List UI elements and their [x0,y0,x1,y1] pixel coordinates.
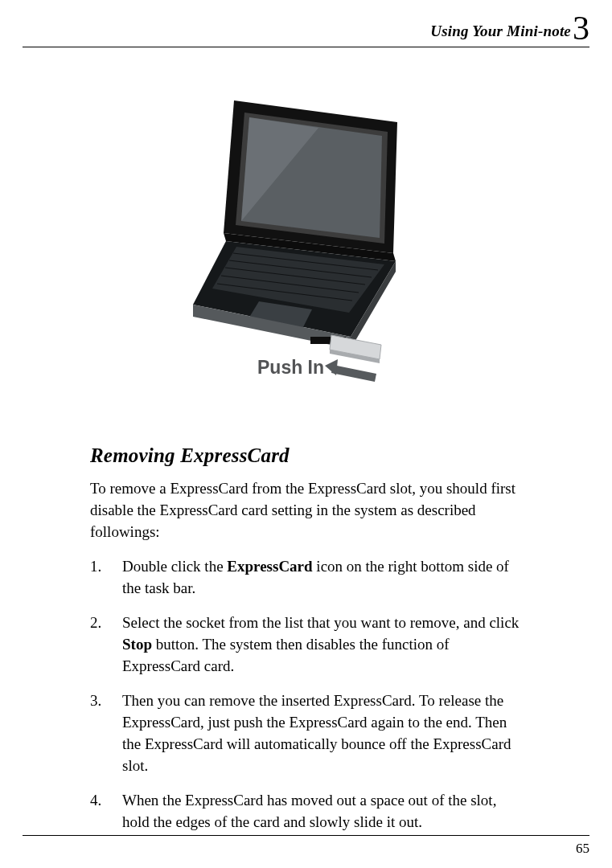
step-text-post: button. The system then disables the fun… [122,636,450,674]
step-text-pre: Double click the [122,558,227,575]
step-text-pre: When the ExpressCard has moved out a spa… [122,792,496,830]
section-heading: Removing ExpressCard [90,444,522,467]
footer-rule [23,835,589,836]
page: Using Your Mini-note 3 [0,0,612,868]
header-rule [23,47,589,47]
step-text-pre: Select the socket from the list that you… [122,614,519,631]
step-text-bold: ExpressCard [227,558,312,575]
page-header: Using Your Mini-note 3 [23,0,589,42]
step-text-bold: Stop [122,636,152,653]
step-item: Double click the ExpressCard icon on the… [90,556,522,600]
steps-list: Double click the ExpressCard icon on the… [90,556,522,833]
page-number: 65 [576,841,589,857]
step-text-pre: Then you can remove the inserted Express… [122,692,511,774]
svg-marker-18 [331,365,376,382]
figure-mini-note: Push In [23,94,589,416]
header-title: Using Your Mini-note [430,23,571,40]
figure-label: Push In [257,357,324,378]
laptop-illustration: Push In [190,94,423,416]
content-body: Removing ExpressCard To remove a Express… [23,444,589,833]
step-item: Select the socket from the list that you… [90,612,522,678]
section-intro: To remove a ExpressCard from the Express… [90,478,522,543]
header-chapter-number: 3 [573,11,589,45]
step-item: When the ExpressCard has moved out a spa… [90,790,522,833]
step-item: Then you can remove the inserted Express… [90,690,522,777]
